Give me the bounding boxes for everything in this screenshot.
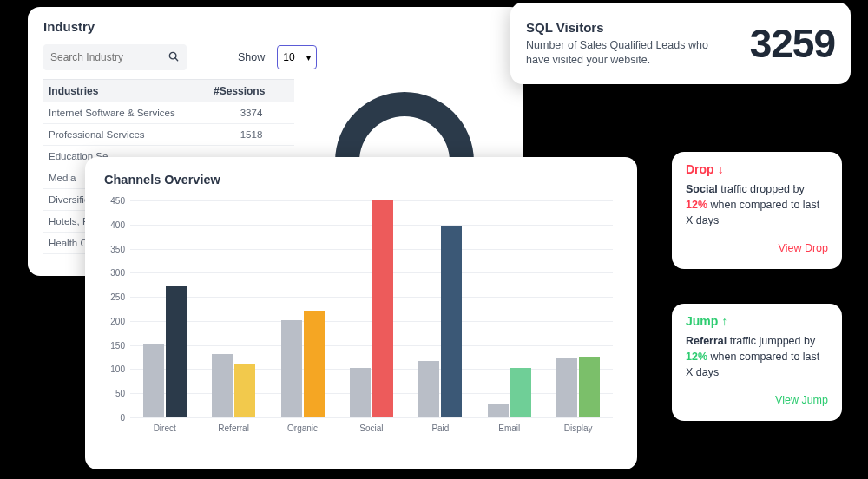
bar <box>143 344 164 417</box>
donut-slice <box>335 92 474 161</box>
view-jump-link[interactable]: View Jump <box>686 394 828 406</box>
sql-title: SQL Visitors <box>526 20 708 35</box>
y-tick: 0 <box>120 413 125 423</box>
jump-body: Referral traffic jumpped by 12% when com… <box>686 333 828 380</box>
jump-title: Jump <box>686 314 828 328</box>
bar-group <box>210 354 257 417</box>
drop-verb: traffic dropped by <box>720 183 804 195</box>
channels-title: Channels Overview <box>104 173 618 187</box>
drop-channel: Social <box>686 183 718 195</box>
industry-title: Industry <box>43 19 507 34</box>
y-tick: 450 <box>110 196 125 206</box>
jump-verb: traffic jumpped by <box>730 335 815 347</box>
arrow-down-icon <box>718 162 724 176</box>
bar <box>488 404 509 417</box>
search-icon[interactable] <box>168 50 180 65</box>
sql-value: 3259 <box>750 20 835 67</box>
bar-group <box>279 311 326 417</box>
bar-group <box>486 368 533 417</box>
col-industries: Industries <box>43 80 208 102</box>
bar-group <box>555 357 602 417</box>
chevron-down-icon: ▾ <box>306 53 311 62</box>
drop-title-text: Drop <box>686 162 714 176</box>
table-header: Industries #Sessions <box>43 80 294 102</box>
arrow-up-icon <box>721 314 727 328</box>
jump-pct: 12% <box>686 351 707 363</box>
bar <box>234 364 255 417</box>
jump-title-text: Jump <box>686 314 718 328</box>
channels-bar-chart: 050100150200250300350400450 DirectReferr… <box>130 200 613 433</box>
x-label: Paid <box>417 423 464 433</box>
bar-group <box>348 200 395 417</box>
bar <box>418 361 439 417</box>
industry-controls: Show 10 ▾ <box>43 44 507 70</box>
y-tick: 100 <box>110 364 125 374</box>
drop-title: Drop <box>686 162 828 176</box>
bar-group <box>141 286 188 417</box>
sql-visitors-card: SQL Visitors Number of Sales Qualified L… <box>510 3 851 84</box>
bar <box>166 286 187 417</box>
jump-card: Jump Referral traffic jumpped by 12% whe… <box>672 304 842 421</box>
industry-sessions: 1518 <box>208 124 294 145</box>
x-label: Organic <box>279 423 326 433</box>
svg-line-1 <box>175 57 178 60</box>
y-tick: 350 <box>110 244 125 253</box>
show-select[interactable]: 10 ▾ <box>277 45 317 69</box>
x-label: Referral <box>210 423 257 433</box>
bar <box>212 354 233 417</box>
x-label: Social <box>348 423 395 433</box>
x-label: Display <box>555 423 602 433</box>
industry-name: Professional Services <box>43 124 208 145</box>
y-tick: 50 <box>115 389 125 398</box>
drop-pct: 12% <box>686 199 707 211</box>
industry-sessions: 3374 <box>208 102 294 123</box>
bar <box>281 320 302 417</box>
bar <box>304 311 325 417</box>
y-tick: 400 <box>110 220 125 229</box>
industry-name: Internet Software & Services <box>43 102 208 123</box>
bar <box>579 357 600 417</box>
y-tick: 250 <box>110 292 125 302</box>
col-sessions: #Sessions <box>208 80 294 102</box>
show-value: 10 <box>283 51 294 63</box>
drop-card: Drop Social traffic dropped by 12% when … <box>672 152 842 269</box>
view-drop-link[interactable]: View Drop <box>686 242 828 254</box>
bar <box>372 200 393 417</box>
x-label: Email <box>486 423 533 433</box>
x-label: Direct <box>141 423 188 433</box>
sql-desc: Number of Sales Qualified Leads who have… <box>526 38 708 68</box>
y-tick: 300 <box>110 268 125 278</box>
bar-group <box>417 226 464 417</box>
table-row[interactable]: Internet Software & Services3374 <box>43 102 294 124</box>
search-wrap <box>43 44 187 70</box>
y-tick: 200 <box>110 316 125 325</box>
channels-overview-card: Channels Overview 0501001502002503003504… <box>85 157 637 469</box>
bar <box>441 226 462 417</box>
bar <box>556 358 577 417</box>
drop-body: Social traffic dropped by 12% when compa… <box>686 181 828 228</box>
jump-channel: Referral <box>686 335 727 347</box>
search-input[interactable] <box>50 51 155 63</box>
y-tick: 150 <box>110 340 125 350</box>
show-label: Show <box>238 51 265 63</box>
bar <box>510 368 531 417</box>
bar <box>350 368 371 417</box>
table-row[interactable]: Professional Services1518 <box>43 124 294 146</box>
